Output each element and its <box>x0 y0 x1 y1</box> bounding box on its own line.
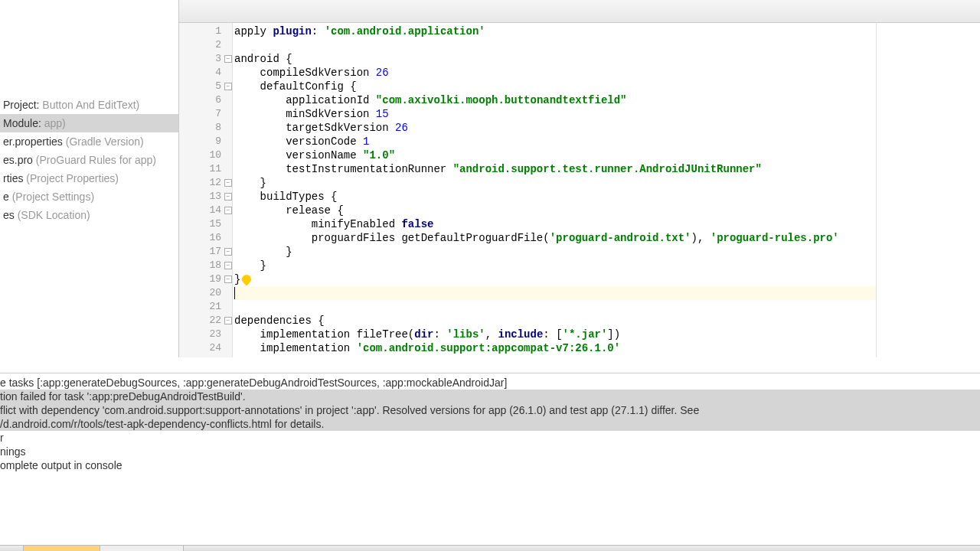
sidebar-item-label: es <box>3 209 18 221</box>
fold-marker-icon[interactable]: − <box>224 276 232 283</box>
line-number: 9 <box>179 135 232 148</box>
code-token: dir <box>414 328 433 341</box>
code-token: 1 <box>363 135 369 148</box>
fold-marker-icon[interactable]: − <box>224 207 232 214</box>
sidebar-item-suffix: (ProGuard Rules for app) <box>36 154 156 166</box>
console-line[interactable]: nings <box>0 445 980 458</box>
code-line[interactable]: apply plugin: 'com.android.application' <box>233 24 876 38</box>
code-line[interactable]: minifyEnabled false <box>233 217 876 231</box>
line-number: 10 <box>179 148 232 162</box>
text-caret <box>234 287 235 299</box>
sidebar-item[interactable]: er.properties (Gradle Version) <box>0 132 178 151</box>
line-number: 3− <box>179 52 232 66</box>
status-tab[interactable] <box>23 545 107 551</box>
fold-marker-icon[interactable]: − <box>224 193 232 201</box>
code-line[interactable]: versionCode 1 <box>233 135 876 148</box>
code-line[interactable]: buildTypes { <box>233 190 876 204</box>
right-margin <box>877 23 980 357</box>
code-line[interactable]: versionName "1.0" <box>233 148 876 162</box>
code-token: } <box>234 273 240 285</box>
code-token: 26 <box>376 67 389 79</box>
code-line[interactable]: targetSdkVersion 26 <box>233 121 876 135</box>
sidebar-item[interactable]: rties (Project Properties) <box>0 169 178 187</box>
code-line[interactable]: applicationId "com.axivolki.mooph.button… <box>233 93 876 107</box>
editor-tab-bar <box>179 0 980 23</box>
console-line[interactable]: /d.android.com/r/tools/test-apk-dependen… <box>0 417 980 431</box>
code-token: versionName <box>234 149 363 161</box>
code-token: : [ <box>543 328 562 341</box>
code-line[interactable]: dependencies { <box>233 314 876 328</box>
console-line[interactable]: tion failed for task ':app:preDebugAndro… <box>0 390 980 403</box>
console-line[interactable]: e tasks [:app:generateDebugSources, :app… <box>0 376 980 390</box>
code-token: ]) <box>607 328 620 341</box>
code-token: 'com.android.application' <box>325 25 485 37</box>
code-line[interactable]: release { <box>233 204 876 217</box>
code-token: "com.axivolki.mooph.buttonandtextfield" <box>376 94 627 106</box>
code-line[interactable]: testInstrumentationRunner "android.suppo… <box>233 162 876 176</box>
line-number: 1 <box>179 24 232 38</box>
code-token: applicationId <box>234 94 376 106</box>
line-number: 4 <box>179 66 232 80</box>
code-line[interactable]: } <box>233 259 876 272</box>
line-number: 13− <box>179 190 232 204</box>
code-line[interactable]: proguardFiles getDefaultProguardFile('pr… <box>233 231 876 245</box>
status-tab[interactable] <box>100 545 184 551</box>
code-line[interactable]: } <box>233 272 876 286</box>
code-token: , <box>485 328 498 341</box>
code-line[interactable]: implementation 'com.android.support:appc… <box>233 341 876 355</box>
code-token: 15 <box>376 108 389 120</box>
lightbulb-icon[interactable] <box>240 273 253 286</box>
console-line[interactable]: omplete output in console <box>0 458 980 472</box>
code-token: : <box>312 25 325 37</box>
fold-marker-icon[interactable]: − <box>224 248 232 256</box>
code-token: minifyEnabled <box>234 218 401 230</box>
sidebar-item[interactable]: Module: app) <box>0 114 178 132</box>
code-editor[interactable]: 123−45−6789101112−13−14−151617−18−19−202… <box>179 23 980 357</box>
sidebar-item-suffix: app) <box>44 117 66 129</box>
code-token: apply <box>234 25 273 37</box>
code-token: proguardFiles getDefaultProguardFile( <box>234 232 550 244</box>
fold-marker-icon[interactable]: − <box>224 262 232 269</box>
code-line[interactable] <box>233 300 876 314</box>
code-token: 'proguard-rules.pro' <box>710 232 839 244</box>
code-token: testInstrumentationRunner <box>234 163 453 175</box>
fold-marker-icon[interactable]: − <box>224 55 232 63</box>
code-token: android { <box>234 53 292 65</box>
code-token: minSdkVersion <box>234 108 376 120</box>
line-number: 18− <box>179 259 232 272</box>
sidebar-item-label: er.properties <box>3 135 66 148</box>
code-token: targetSdkVersion <box>234 122 395 134</box>
console-line[interactable]: r <box>0 431 980 445</box>
build-output-panel[interactable]: e tasks [:app:generateDebugSources, :app… <box>0 373 980 541</box>
sidebar-item[interactable]: es (SDK Location) <box>0 206 178 224</box>
line-number: 23 <box>179 328 232 341</box>
console-line[interactable]: flict with dependency 'com.android.suppo… <box>0 403 980 417</box>
code-token: implementation fileTree( <box>234 328 414 341</box>
line-number: 17− <box>179 245 232 259</box>
code-line[interactable]: android { <box>233 52 876 66</box>
code-token: 'libs' <box>446 328 485 341</box>
line-number: 5− <box>179 80 232 93</box>
sidebar-item[interactable]: es.pro (ProGuard Rules for app) <box>0 151 178 169</box>
code-token: 'com.android.support:appcompat-v7:26.1.0… <box>357 342 620 354</box>
sidebar-item[interactable]: Project: Button And EditText) <box>0 96 178 114</box>
code-token: versionCode <box>234 135 363 148</box>
fold-marker-icon[interactable]: − <box>224 83 232 90</box>
sidebar-item-suffix: Button And EditText) <box>42 99 139 111</box>
code-line[interactable]: } <box>233 176 876 190</box>
code-line[interactable]: } <box>233 245 876 259</box>
sidebar-item-label: Module: <box>3 117 44 129</box>
fold-marker-icon[interactable]: − <box>224 179 232 187</box>
code-line[interactable]: defaultConfig { <box>233 80 876 93</box>
code-content[interactable]: apply plugin: 'com.android.application'a… <box>233 23 877 357</box>
sidebar-item[interactable]: e (Project Settings) <box>0 187 178 206</box>
project-sidebar: Project: Button And EditText) Module: ap… <box>0 0 179 357</box>
code-line[interactable]: compileSdkVersion 26 <box>233 66 876 80</box>
code-line[interactable] <box>233 286 876 300</box>
code-line[interactable] <box>233 38 876 52</box>
code-line[interactable]: minSdkVersion 15 <box>233 107 876 121</box>
code-token: ), <box>691 232 710 244</box>
code-line[interactable]: implementation fileTree(dir: 'libs', inc… <box>233 328 876 341</box>
status-bar <box>0 545 980 551</box>
fold-marker-icon[interactable]: − <box>224 317 232 324</box>
